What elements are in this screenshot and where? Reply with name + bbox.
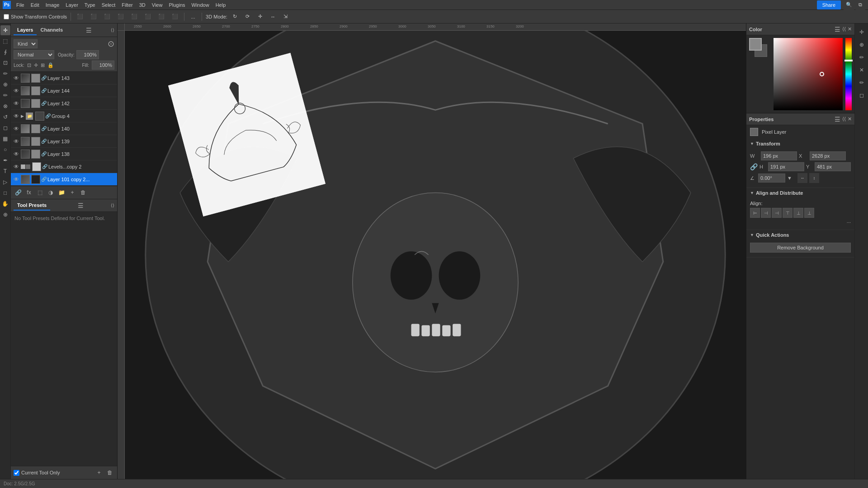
color-menu-btn[interactable]: ☰ — [835, 26, 840, 33]
lock-all-icon[interactable]: 🔒 — [47, 62, 54, 68]
layer-item-layer143[interactable]: 👁 🔗 Layer 143 — [11, 72, 117, 84]
menu-3d[interactable]: 3D — [137, 1, 148, 9]
type-tool[interactable]: T — [0, 166, 10, 176]
zoom-tool[interactable]: ⊕ — [0, 210, 10, 220]
layers-tab[interactable]: Layers — [14, 25, 37, 35]
menu-select[interactable]: Select — [99, 1, 118, 9]
distribute-v-btn[interactable]: ⬛ — [170, 12, 180, 22]
path-tool[interactable]: ▷ — [0, 177, 10, 187]
move-tool[interactable]: ✛ — [0, 25, 10, 35]
angle-input[interactable] — [758, 174, 785, 183]
brush-tool[interactable]: ✏ — [0, 90, 10, 100]
properties-close-btn[interactable]: ✕ — [848, 116, 852, 122]
height-input[interactable] — [768, 162, 804, 171]
new-preset-btn[interactable]: + — [94, 468, 104, 477]
3d-rotate-btn[interactable]: ↻ — [230, 12, 240, 22]
lock-position-icon[interactable]: ✛ — [34, 62, 38, 68]
layer-item-levels2[interactable]: 👁 f 🔗 Levels...copy 2 — [11, 160, 117, 173]
align-top-edge-btn[interactable]: ⊤ — [783, 208, 793, 218]
layers-collapse-btn[interactable]: ⟨⟩ — [111, 28, 114, 33]
align-section-header[interactable]: ▼ Align and Distribute — [746, 188, 854, 198]
menu-filter[interactable]: Filter — [119, 1, 135, 9]
canvas-content[interactable] — [125, 31, 746, 479]
align-h-center-btn[interactable]: ⊣ — [761, 208, 771, 218]
shape-tool[interactable]: □ — [0, 188, 10, 198]
width-input[interactable] — [761, 151, 797, 160]
layers-menu-btn[interactable]: ☰ — [86, 27, 92, 34]
menu-type[interactable]: Type — [82, 1, 98, 9]
channels-tab[interactable]: Channels — [37, 25, 66, 35]
layer-item-layer140[interactable]: 👁 🔗 Layer 140 — [11, 122, 117, 135]
color-collapse-left[interactable]: ⟨⟨ — [842, 26, 846, 32]
quick-actions-header[interactable]: ▼ Quick Actions — [746, 230, 854, 240]
align-top-btn[interactable]: ⬛ — [115, 12, 126, 22]
healing-tool[interactable]: ⊕ — [0, 80, 10, 89]
align-right-btn[interactable]: ⬛ — [102, 12, 113, 22]
layer101copy2-visibility[interactable]: 👁 — [13, 176, 20, 183]
opacity-input[interactable] — [76, 50, 99, 59]
layer-filter-select[interactable]: Kind — [14, 39, 38, 48]
eraser-tool[interactable]: ◻ — [0, 123, 10, 133]
brush-extra[interactable]: ✏ — [857, 78, 867, 88]
3d-roll-btn[interactable]: ⟳ — [243, 12, 253, 22]
lock-pixels-icon[interactable]: ⊡ — [27, 62, 31, 68]
layer-item-layer139[interactable]: 👁 🔗 Layer 139 — [11, 135, 117, 148]
align-right-edge-btn[interactable]: ⊣ — [772, 208, 782, 218]
blend-mode-select[interactable]: Normal — [14, 50, 54, 59]
layer138-visibility[interactable]: 👁 — [13, 150, 20, 158]
filter-toggle[interactable]: ⊙ — [108, 39, 114, 49]
menu-view[interactable]: View — [149, 1, 165, 9]
pen-tool[interactable]: ✒ — [0, 155, 10, 165]
stamp-tool[interactable]: ⊗ — [0, 101, 10, 111]
show-transform-controls-checkbox[interactable] — [4, 14, 9, 19]
history-tool[interactable]: ↺ — [0, 112, 10, 122]
align-middle-btn[interactable]: ⬛ — [129, 12, 140, 22]
gradient-tool[interactable]: ▦ — [0, 134, 10, 144]
search-button[interactable]: 🔍 — [844, 0, 854, 10]
fx-btn[interactable]: fx — [24, 188, 33, 197]
layer-item-layer101copy2[interactable]: 👁 🔗 Layer 101 copy 2... — [11, 173, 117, 186]
layer139-visibility[interactable]: 👁 — [13, 138, 20, 145]
layer140-visibility[interactable]: 👁 — [13, 125, 20, 132]
y-input[interactable] — [815, 162, 851, 171]
lasso-tool[interactable]: ∮ — [0, 47, 10, 57]
3d-slide-btn[interactable]: ↔ — [268, 12, 278, 22]
align-left-btn[interactable]: ⬛ — [75, 12, 85, 22]
zoom-extra[interactable]: ⊕ — [857, 40, 867, 50]
delete-layer-btn[interactable]: 🗑 — [79, 188, 88, 197]
menu-help[interactable]: Help — [213, 1, 229, 9]
align-v-center-btn[interactable]: ⊥ — [793, 208, 803, 218]
hue-strip[interactable] — [845, 38, 852, 110]
crop-tool[interactable]: ⊡ — [0, 58, 10, 68]
menu-file[interactable]: File — [14, 1, 27, 9]
eyedropper-tool[interactable]: ✏ — [0, 69, 10, 79]
levels2-visibility[interactable]: 👁 — [13, 163, 20, 170]
distribute-h-btn[interactable]: ⬛ — [156, 12, 167, 22]
3d-pan-btn[interactable]: ✛ — [255, 12, 265, 22]
menu-window[interactable]: Window — [189, 1, 212, 9]
layer-item-layer138[interactable]: 👁 🔗 Layer 138 — [11, 148, 117, 160]
flip-v-btn[interactable]: ↕ — [809, 173, 819, 183]
align-bottom-edge-btn[interactable]: ⊥ — [804, 208, 814, 218]
layer143-visibility[interactable]: 👁 — [13, 75, 20, 82]
3d-scale-btn[interactable]: ⇲ — [281, 12, 291, 22]
tool-presets-collapse-btn[interactable]: ⟨⟩ — [111, 203, 114, 208]
move-tool-extra[interactable]: ✛ — [857, 27, 867, 37]
delete-preset-btn[interactable]: 🗑 — [105, 468, 114, 477]
menu-layer[interactable]: Layer — [63, 1, 81, 9]
menu-edit[interactable]: Edit — [28, 1, 42, 9]
align-left-edge-btn[interactable]: ⊢ — [750, 208, 760, 218]
new-layer-btn[interactable]: + — [68, 188, 77, 197]
more-options-btn[interactable]: ... — [188, 12, 198, 22]
layer144-visibility[interactable]: 👁 — [13, 87, 20, 94]
color-picker-circle[interactable] — [820, 72, 824, 76]
menu-image[interactable]: Image — [43, 1, 62, 9]
group4-arrow[interactable]: ▶ — [21, 114, 24, 118]
hand-tool[interactable]: ✋ — [0, 199, 10, 209]
folder-btn[interactable]: 📁 — [57, 188, 66, 197]
tool-presets-menu-btn[interactable]: ☰ — [78, 202, 84, 209]
tool-presets-tab[interactable]: Tool Presets — [14, 201, 50, 211]
flip-h-btn[interactable]: ↔ — [797, 173, 807, 183]
angle-dropdown-icon[interactable]: ▼ — [787, 175, 792, 181]
layer-item-layer142[interactable]: 👁 🔗 Layer 142 — [11, 97, 117, 110]
